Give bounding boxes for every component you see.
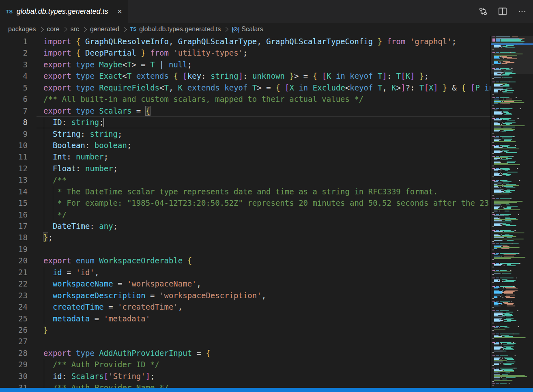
code-line[interactable]: 21 id = 'id',	[0, 267, 491, 278]
code-line[interactable]: 31 /** Auth Provider Name */	[0, 382, 491, 388]
line-number: 25	[0, 313, 37, 324]
line-number: 9	[0, 128, 37, 140]
tab-global-db-types-generated[interactable]: TS global.db.types.generated.ts ×	[0, 0, 128, 23]
open-changes-icon[interactable]	[479, 7, 488, 16]
code-line-text: * The DateTime scalar type represents da…	[37, 186, 491, 197]
code-line[interactable]: 5export type RequireFields<T, K extends …	[0, 82, 491, 93]
code-line[interactable]: 9 String: string;	[0, 128, 491, 140]
code-line[interactable]: 4export type Exact<T extends { [key: str…	[0, 70, 491, 82]
line-number: 6	[0, 93, 37, 105]
chevron-right-icon	[122, 27, 127, 32]
breadcrumb-symbol-scalars[interactable]: Scalars	[241, 26, 263, 33]
line-number: 31	[0, 382, 37, 388]
code-line[interactable]: 17 DateTime: any;	[0, 220, 491, 232]
code-line[interactable]: 10 Boolean: boolean;	[0, 140, 491, 151]
code-line[interactable]: 3export type Maybe<T> = T | null;	[0, 59, 491, 70]
chevron-right-icon	[82, 27, 87, 32]
minimap[interactable]	[490, 36, 533, 388]
code-line-text: metadata = 'metadata'	[37, 313, 491, 324]
close-tab-icon[interactable]: ×	[117, 7, 122, 15]
code-line[interactable]: 1import { GraphQLResolveInfo, GraphQLSca…	[0, 36, 491, 47]
code-area[interactable]: 1import { GraphQLResolveInfo, GraphQLSca…	[0, 36, 491, 388]
line-number: 20	[0, 255, 37, 266]
minimap-current-line-marker	[491, 43, 533, 45]
line-number: 13	[0, 174, 37, 185]
code-line-text: createdTime = 'createdTime',	[37, 301, 491, 312]
code-line-text: export type Maybe<T> = T | null;	[37, 59, 491, 70]
code-line[interactable]: 26}	[0, 324, 491, 336]
line-number: 18	[0, 232, 37, 243]
code-line[interactable]: 13 /**	[0, 174, 491, 185]
code-line-text: Float: number;	[37, 163, 491, 174]
code-line-text: Int: number;	[37, 151, 491, 162]
code-line[interactable]: 23 workspaceDescription = 'workspaceDesc…	[0, 290, 491, 301]
line-number: 15	[0, 197, 37, 209]
line-number: 17	[0, 220, 37, 232]
bottom-accent-bar	[0, 388, 533, 392]
code-line[interactable]: 19	[0, 243, 491, 255]
code-editor[interactable]: 1import { GraphQLResolveInfo, GraphQLSca…	[0, 36, 533, 388]
code-line[interactable]: 27	[0, 336, 491, 347]
code-line[interactable]: 12 Float: number;	[0, 163, 491, 174]
breadcrumb-core[interactable]: core	[47, 26, 60, 33]
code-line[interactable]: 15 * For example: "1985-04-12T23:20:50.5…	[0, 197, 491, 209]
code-line[interactable]: 14 * The DateTime scalar type represents…	[0, 186, 491, 197]
code-line-text: };	[37, 232, 491, 243]
symbol-type-icon: [⊘]	[232, 26, 239, 33]
code-line[interactable]: 25 metadata = 'metadata'	[0, 313, 491, 324]
code-line[interactable]: 7export type Scalars = {	[0, 105, 491, 116]
code-line-text: /** Auth Provider Name */	[37, 382, 491, 388]
code-line-text: export enum WorkspaceOrderable {	[37, 255, 491, 266]
more-actions-icon[interactable]	[518, 7, 527, 16]
code-line[interactable]: 11 Int: number;	[0, 151, 491, 162]
split-editor-icon[interactable]	[498, 7, 507, 16]
code-line-text: Boolean: boolean;	[37, 140, 491, 151]
code-line-text: export type Exact<T extends { [key: stri…	[37, 70, 491, 82]
code-line[interactable]: 6/** All built-in and custom scalars, ma…	[0, 93, 491, 105]
tab-title: global.db.types.generated.ts	[17, 7, 114, 16]
line-number: 10	[0, 140, 37, 151]
breadcrumb-filename[interactable]: global.db.types.generated.ts	[139, 26, 221, 33]
code-line-text: ID: string;	[37, 116, 491, 128]
line-number: 21	[0, 267, 37, 278]
code-line[interactable]: 29 /** Auth Provider ID */	[0, 359, 491, 370]
code-line-text: /** Auth Provider ID */	[37, 359, 491, 370]
code-line[interactable]: 8 ID: string;	[0, 116, 491, 128]
minimap-canvas	[492, 37, 532, 387]
line-number: 3	[0, 59, 37, 70]
chevron-right-icon	[39, 27, 44, 32]
code-line-text: id = 'id',	[37, 267, 491, 278]
editor-tab-bar: TS global.db.types.generated.ts ×	[0, 0, 533, 23]
text-cursor	[103, 118, 104, 127]
line-number: 28	[0, 347, 37, 359]
code-line[interactable]: 28export type AddAuthProviderInput = {	[0, 347, 491, 359]
line-number: 4	[0, 70, 37, 82]
code-line[interactable]: 24 createdTime = 'createdTime',	[0, 301, 491, 312]
line-number: 2	[0, 47, 37, 58]
code-line[interactable]: 30 id: Scalars['String'];	[0, 370, 491, 382]
line-number: 5	[0, 82, 37, 93]
code-line-text: id: Scalars['String'];	[37, 370, 491, 382]
vscode-window: TS global.db.types.generated.ts ×	[0, 0, 533, 392]
code-line[interactable]: 22 workspaceName = 'workspaceName',	[0, 278, 491, 289]
code-line-text	[37, 336, 491, 347]
code-line[interactable]: 20export enum WorkspaceOrderable {	[0, 255, 491, 266]
breadcrumb-generated[interactable]: generated	[90, 26, 119, 33]
line-number: 23	[0, 290, 37, 301]
code-line[interactable]: 16 */	[0, 209, 491, 220]
line-number: 1	[0, 36, 37, 47]
breadcrumb-packages[interactable]: packages	[8, 26, 36, 33]
code-line-text: * For example: "1985-04-12T23:20:50.52Z"…	[37, 197, 491, 209]
code-line-text: /** All built-in and custom scalars, map…	[37, 93, 491, 105]
typescript-file-icon: TS	[6, 9, 13, 15]
line-number: 16	[0, 209, 37, 220]
code-line-text: workspaceName = 'workspaceName',	[37, 278, 491, 289]
line-number: 27	[0, 336, 37, 347]
breadcrumb-src[interactable]: src	[71, 26, 79, 33]
line-number: 12	[0, 163, 37, 174]
code-line[interactable]: 2import { DeepPartial } from 'utility-ty…	[0, 47, 491, 58]
line-number: 8	[0, 116, 37, 128]
code-line-text: export type AddAuthProviderInput = {	[37, 347, 491, 359]
code-line-text: }	[37, 324, 491, 336]
code-line[interactable]: 18};	[0, 232, 491, 243]
